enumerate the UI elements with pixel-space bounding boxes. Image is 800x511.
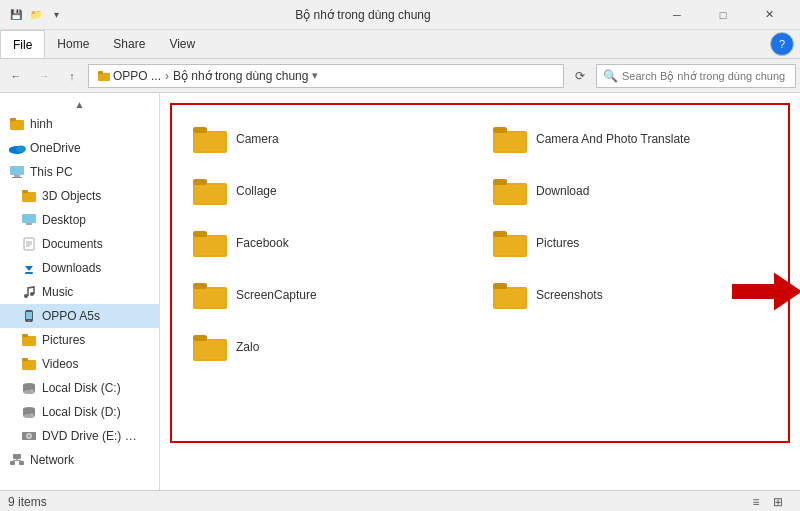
path-icon [97, 70, 111, 82]
svg-point-35 [23, 414, 35, 418]
zalo-folder-icon [192, 331, 228, 363]
svg-rect-48 [195, 133, 225, 151]
folder-item-camera-photo[interactable]: Camera And Photo Translate [482, 115, 778, 163]
sidebar-label-oppo: OPPO A5s [42, 309, 100, 323]
sidebar-label-network: Network [30, 453, 74, 467]
music-icon [20, 284, 38, 300]
sidebar-item-dvddrive[interactable]: DVD Drive (E:) 16.0... [0, 424, 159, 448]
list-view-button[interactable]: ≡ [746, 493, 766, 511]
sidebar-item-onedrive[interactable]: OneDrive [0, 136, 159, 160]
sidebar-label-hinh: hinh [30, 117, 53, 131]
sidebar-item-oppo[interactable]: OPPO A5s [0, 304, 159, 328]
tab-view[interactable]: View [157, 30, 207, 58]
sidebar-label-localdiskd: Local Disk (D:) [42, 405, 121, 419]
sidebar-item-videos[interactable]: Videos [0, 352, 159, 376]
zalo-folder-label: Zalo [236, 340, 259, 354]
svg-rect-40 [13, 454, 21, 459]
grid-view-button[interactable]: ⊞ [768, 493, 788, 511]
close-button[interactable]: ✕ [746, 0, 792, 30]
tab-home[interactable]: Home [45, 30, 101, 58]
forward-button[interactable]: → [32, 64, 56, 88]
svg-rect-19 [25, 272, 33, 274]
folder-item-facebook[interactable]: Facebook [182, 219, 478, 267]
hinh-icon [8, 116, 26, 132]
videos-icon [20, 356, 38, 372]
back-button[interactable]: ← [4, 64, 28, 88]
address-path[interactable]: OPPO ... › Bộ nhớ trong dùng chung ▾ [88, 64, 564, 88]
folder-item-zalo[interactable]: Zalo [182, 323, 478, 371]
folder-item-collage[interactable]: Collage [182, 167, 478, 215]
ribbon: File Home Share View ? [0, 30, 800, 59]
tab-file[interactable]: File [0, 30, 45, 58]
sidebar-item-localdiskd[interactable]: Local Disk (D:) [0, 400, 159, 424]
search-box[interactable]: 🔍 [596, 64, 796, 88]
svg-rect-57 [495, 185, 525, 203]
svg-rect-62 [493, 231, 507, 237]
camera-folder-icon [192, 123, 228, 155]
camera-photo-folder-icon [492, 123, 528, 155]
svg-rect-10 [22, 192, 36, 202]
svg-rect-60 [195, 237, 225, 255]
folder-item-screencapture[interactable]: ScreenCapture [182, 271, 478, 319]
downloads-icon [20, 260, 38, 276]
title-dropdown[interactable]: ▾ [48, 7, 64, 23]
sidebar-item-desktop[interactable]: Desktop [0, 208, 159, 232]
scroll-up-indicator: ▲ [0, 97, 159, 112]
folder-item-camera[interactable]: Camera [182, 115, 478, 163]
sidebar-item-3dobjects[interactable]: 3D Objects [0, 184, 159, 208]
svg-rect-47 [193, 127, 207, 133]
svg-rect-7 [10, 166, 24, 175]
sidebar-label-documents: Documents [42, 237, 103, 251]
title-bar-icons: 💾 📁 ▾ [8, 7, 64, 23]
search-input[interactable] [622, 70, 789, 82]
screencapture-folder-icon [192, 279, 228, 311]
sidebar-item-thispc[interactable]: This PC [0, 160, 159, 184]
sidebar-label-onedrive: OneDrive [30, 141, 81, 155]
svg-rect-41 [10, 461, 15, 465]
sidebar-item-downloads[interactable]: Downloads [0, 256, 159, 280]
sidebar-label-music: Music [42, 285, 73, 299]
refresh-button[interactable]: ⟳ [568, 64, 592, 88]
pictures-folder-label: Pictures [536, 236, 579, 250]
sidebar-item-localdiskc[interactable]: Local Disk (C:) [0, 376, 159, 400]
main-layout: ▲ hinh OneDrive This PC [0, 93, 800, 490]
sidebar-item-hinh[interactable]: hinh [0, 112, 159, 136]
collage-folder-icon [192, 175, 228, 207]
title-bar: 💾 📁 ▾ Bộ nhớ trong dùng chung ─ □ ✕ [0, 0, 800, 30]
svg-rect-63 [495, 237, 525, 255]
svg-line-45 [17, 460, 22, 461]
sidebar-label-downloads: Downloads [42, 261, 101, 275]
3dobjects-icon [20, 188, 38, 204]
svg-point-6 [16, 146, 26, 153]
svg-rect-26 [22, 334, 28, 337]
sidebar-item-network[interactable]: Network [0, 448, 159, 472]
maximize-button[interactable]: □ [700, 0, 746, 30]
sidebar-item-pictures[interactable]: Pictures [0, 328, 159, 352]
title-icon-folder: 📁 [28, 7, 44, 23]
svg-rect-0 [98, 73, 110, 81]
pictures-icon [20, 332, 38, 348]
sidebar-item-documents[interactable]: Documents [0, 232, 159, 256]
folder-item-pictures[interactable]: Pictures [482, 219, 778, 267]
svg-rect-1 [98, 71, 103, 74]
path-part2: Bộ nhớ trong dùng chung [173, 69, 308, 83]
localdiskc-icon [20, 380, 38, 396]
help-button[interactable]: ? [770, 32, 794, 56]
sidebar-item-music[interactable]: Music [0, 280, 159, 304]
folder-item-download[interactable]: Download [482, 167, 778, 215]
tab-share[interactable]: Share [101, 30, 157, 58]
search-icon: 🔍 [603, 69, 618, 83]
item-count: 9 items [8, 495, 47, 509]
dvddrive-icon [20, 428, 38, 444]
documents-icon [20, 236, 38, 252]
svg-line-44 [13, 460, 18, 461]
red-arrow-container [732, 273, 800, 311]
svg-rect-27 [22, 360, 36, 370]
localdiskd-icon [20, 404, 38, 420]
minimize-button[interactable]: ─ [654, 0, 700, 30]
svg-point-5 [9, 147, 17, 153]
sidebar-label-thispc: This PC [30, 165, 73, 179]
up-button[interactable]: ↑ [60, 64, 84, 88]
screenshots-folder-icon [492, 279, 528, 311]
path-sep: › [165, 69, 169, 83]
